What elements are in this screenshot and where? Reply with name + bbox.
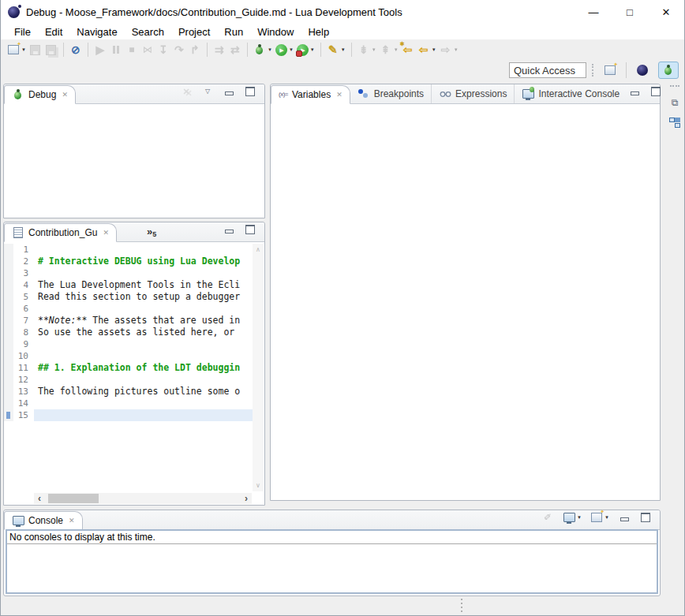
back-button[interactable]: ⇦▼ <box>416 41 438 58</box>
open-perspective-button[interactable] <box>600 62 620 79</box>
quick-access-input[interactable] <box>509 62 586 78</box>
save-all-button[interactable] <box>43 41 59 58</box>
menu-project[interactable]: Project <box>171 24 217 39</box>
run-button[interactable]: ▶▼ <box>274 41 295 58</box>
run-dropdown-icon[interactable]: ▼ <box>289 47 294 52</box>
highlighter-button[interactable]: ✎▼ <box>325 41 347 58</box>
editor-text-area[interactable]: 12# Interactive DEBUG using Lua Develop3… <box>4 244 253 492</box>
forward-dropdown-icon[interactable]: ▼ <box>454 47 459 52</box>
maximize-button[interactable] <box>638 509 653 526</box>
new-wizard-button[interactable]: ▼ <box>6 41 28 58</box>
editor-horizontal-scrollbar[interactable]: ‹ › <box>34 493 252 504</box>
tab-console[interactable]: Console ✕ <box>4 511 83 530</box>
code-text[interactable]: The following pictures outline some o <box>34 386 253 398</box>
use-step-filters-button[interactable]: ⇉ <box>211 41 227 58</box>
tab-breakpoints[interactable]: Breakpoints <box>350 84 431 103</box>
close-icon[interactable]: ✕ <box>336 91 342 99</box>
lua-perspective-button[interactable] <box>632 62 653 79</box>
forward-button[interactable]: ⇨▼ <box>438 41 460 58</box>
tab-variables[interactable]: (x)=Variables✕ <box>271 85 350 104</box>
code-text[interactable] <box>34 303 253 315</box>
tab-interactive-console[interactable]: Interactive Console <box>514 84 627 103</box>
debug-view-body[interactable] <box>4 104 264 218</box>
disconnect-button[interactable]: ⋈ <box>140 41 155 58</box>
code-text[interactable]: The Lua Development Tools in the Ecli <box>34 279 253 291</box>
external-tools-button[interactable]: ▶▼ <box>295 41 316 58</box>
code-text[interactable] <box>34 374 253 386</box>
debug-dropdown-icon[interactable]: ▼ <box>268 47 272 52</box>
scroll-down-icon[interactable]: ∨ <box>256 482 260 489</box>
debug-button[interactable]: ▼ <box>252 41 274 58</box>
code-text[interactable] <box>34 398 253 409</box>
display-selected-console-button[interactable]: ▼ <box>561 509 583 526</box>
suspend-button[interactable] <box>108 41 124 58</box>
statusbar-grip[interactable] <box>461 599 462 600</box>
strip-drag-handle[interactable] <box>670 85 679 88</box>
code-text[interactable] <box>34 338 253 350</box>
menu-run[interactable]: Run <box>217 24 250 39</box>
maximize-button[interactable] <box>242 83 258 100</box>
variables-view-body[interactable] <box>271 104 660 500</box>
step-return-button[interactable]: ↱ <box>187 41 203 58</box>
step-into-button[interactable]: ↧ <box>155 41 171 58</box>
open-console-button[interactable]: ▼ <box>589 509 611 526</box>
minimize-button[interactable] <box>627 83 642 100</box>
pin-console-button[interactable]: ✐ <box>540 509 556 526</box>
restore-view-icon[interactable]: ⧉ <box>668 96 681 109</box>
next-annotation-button[interactable]: ⇟▼ <box>356 41 378 58</box>
code-text[interactable]: ## 1. Explanation of the LDT debuggin <box>34 362 253 374</box>
debug-perspective-button[interactable] <box>658 62 679 79</box>
back-dropdown-icon[interactable]: ▼ <box>432 47 436 52</box>
new-wizard-dropdown-icon[interactable]: ▼ <box>21 47 26 52</box>
editor-vertical-scrollbar[interactable]: ∧ ∨ <box>253 244 264 491</box>
menu-file[interactable]: File <box>7 24 38 39</box>
previous-annotation-dropdown-icon[interactable]: ▼ <box>394 47 399 52</box>
outline-view-icon[interactable] <box>668 117 681 129</box>
maximize-button[interactable] <box>242 221 258 238</box>
menu-search[interactable]: Search <box>125 24 171 39</box>
code-text[interactable]: So use the assets as listed here, or <box>34 327 253 338</box>
close-icon[interactable]: ✕ <box>69 517 75 525</box>
open-console-dropdown-icon[interactable]: ▼ <box>605 515 609 520</box>
close-icon[interactable]: ✕ <box>103 229 109 237</box>
code-text[interactable]: **Note:** The assets that are used in <box>34 315 253 327</box>
maximize-window-button[interactable]: □ <box>612 0 648 24</box>
close-icon[interactable]: ✕ <box>62 91 68 99</box>
menu-help[interactable]: Help <box>301 24 336 39</box>
code-text[interactable]: # Interactive DEBUG using Lua Develop <box>34 256 253 267</box>
menu-edit[interactable]: Edit <box>38 24 69 39</box>
remove-all-terminated-button[interactable]: ✕ <box>178 83 194 100</box>
external-tools-dropdown-icon[interactable]: ▼ <box>310 47 315 52</box>
scroll-left-icon[interactable]: ‹ <box>34 493 45 504</box>
close-window-button[interactable]: ✕ <box>648 0 684 24</box>
terminate-button[interactable]: ■ <box>124 41 140 58</box>
skip-all-breakpoints-button[interactable]: ⊘ <box>68 41 84 58</box>
resume-button[interactable]: ▶ <box>92 41 108 58</box>
step-over-button[interactable]: ↷ <box>171 41 187 58</box>
previous-annotation-button[interactable]: ⇞▼ <box>378 41 400 58</box>
scroll-right-icon[interactable]: › <box>241 493 252 504</box>
menu-window[interactable]: Window <box>250 24 301 39</box>
last-edit-location-button[interactable]: ⇦✱ <box>400 41 416 58</box>
code-text[interactable] <box>34 409 253 421</box>
scrollbar-thumb[interactable] <box>48 494 99 503</box>
menu-navigate[interactable]: Navigate <box>69 24 124 39</box>
code-text[interactable] <box>34 350 253 362</box>
minimize-button[interactable] <box>616 509 632 526</box>
code-text[interactable]: Read this section to setup a debugger <box>34 291 253 303</box>
code-text[interactable] <box>34 244 253 256</box>
minimize-button[interactable] <box>221 221 237 238</box>
next-annotation-dropdown-icon[interactable]: ▼ <box>372 47 376 52</box>
highlighter-dropdown-icon[interactable]: ▼ <box>341 47 346 52</box>
hidden-editors-chevron[interactable]: »5 <box>147 226 156 238</box>
code-text[interactable] <box>34 267 253 279</box>
tab-contribution-guide[interactable]: Contribution_Gu ✕ <box>4 223 117 242</box>
minimize-window-button[interactable]: — <box>575 0 612 24</box>
drop-to-frame-button[interactable]: ⇄ <box>227 41 243 58</box>
tab-expressions[interactable]: Expressions <box>431 84 514 103</box>
scroll-up-icon[interactable]: ∧ <box>256 246 260 253</box>
tab-debug[interactable]: Debug ✕ <box>4 85 76 104</box>
scrollbar-track[interactable] <box>45 493 241 504</box>
display-selected-console-dropdown-icon[interactable]: ▼ <box>577 515 582 520</box>
minimize-button[interactable] <box>221 83 237 100</box>
